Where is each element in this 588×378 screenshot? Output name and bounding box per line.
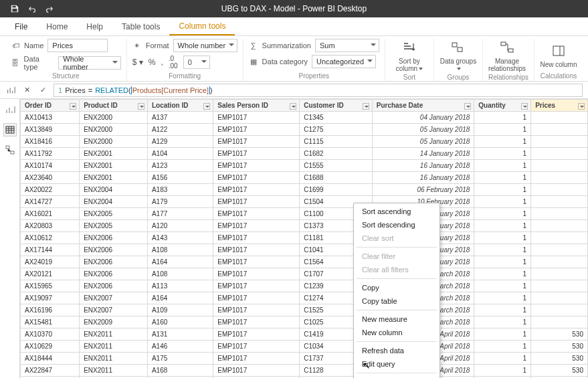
cell[interactable]: AX10612 (21, 232, 80, 244)
cell[interactable]: A123 (147, 160, 213, 172)
cell[interactable]: ENX2007 (80, 292, 148, 304)
cell[interactable]: AX11792 (21, 148, 80, 160)
table-row[interactable]: AX22847ENX2011A168EMP1017C112818 April 2… (21, 365, 588, 377)
cell[interactable]: C1555 (300, 160, 373, 172)
cell[interactable]: EMP1017 (213, 268, 300, 280)
datatype-combo[interactable]: Whole number (58, 56, 120, 70)
table-row[interactable]: AX20121ENX2006A108EMP1017C170702 March 2… (21, 268, 588, 280)
cell[interactable] (531, 208, 588, 220)
cell[interactable]: 1 (474, 112, 531, 124)
tab-home[interactable]: Home (37, 17, 77, 35)
column-header[interactable]: Quantity (474, 100, 531, 112)
cell[interactable]: 530 (531, 353, 588, 365)
sort-by-column-button[interactable]: Sort by column (391, 39, 428, 72)
cell[interactable]: 1 (474, 172, 531, 184)
cell[interactable]: EMP1017 (213, 184, 300, 196)
cell[interactable]: 1 (474, 328, 531, 341)
cell[interactable]: EMP1017 (213, 292, 300, 304)
cell[interactable]: 1 (474, 148, 531, 160)
cell[interactable]: AX10413 (21, 112, 80, 124)
cell[interactable]: ENX2006 (80, 268, 148, 280)
summarization-combo[interactable]: Sum (315, 39, 379, 52)
cell[interactable]: 530 (531, 328, 588, 341)
cell[interactable] (531, 316, 588, 328)
cell[interactable]: AX20121 (21, 268, 80, 280)
cell[interactable]: ENX2011 (80, 341, 148, 353)
cell[interactable] (531, 268, 588, 280)
table-row[interactable]: AX19097ENX2007A164EMP1017C127409 March 2… (21, 292, 588, 304)
table-row[interactable]: AX23640ENX2001A156EMP1017C168816 January… (21, 172, 588, 184)
cell[interactable] (531, 244, 588, 256)
cell[interactable]: EMP1017 (213, 232, 300, 244)
table-row[interactable]: AX11792ENX2001A104EMP1017C168214 January… (21, 148, 588, 160)
cell[interactable]: AX18444 (21, 353, 80, 365)
currency-button[interactable]: $ ▾ (132, 58, 143, 67)
cell[interactable]: EMP1017 (213, 353, 300, 365)
cell[interactable]: ENX2005 (80, 220, 148, 232)
cell[interactable]: AX22847 (21, 365, 80, 377)
tab-file[interactable]: File (5, 17, 37, 35)
cell[interactable] (531, 292, 588, 304)
column-header[interactable]: Sales Person ID (213, 100, 300, 112)
menu-sort-asc[interactable]: Sort ascending (354, 205, 439, 218)
cell[interactable]: EMP1017 (213, 365, 300, 377)
menu-copy[interactable]: Copy (354, 281, 439, 294)
cell[interactable] (531, 124, 588, 136)
cell[interactable]: ENX2009 (80, 316, 148, 328)
format-combo[interactable]: Whole number (173, 39, 237, 52)
cell[interactable]: AX20803 (21, 220, 80, 232)
cell[interactable]: C1682 (300, 148, 373, 160)
cell[interactable]: AX13849 (21, 124, 80, 136)
cell[interactable]: A156 (147, 172, 213, 184)
cell[interactable]: AX10370 (21, 328, 80, 341)
table-row[interactable]: AX14727ENX2004A179EMP1017C150410 Februar… (21, 196, 588, 208)
table-row[interactable]: AX10629ENX2011A146EMP1017C103417 April 2… (21, 341, 588, 353)
cell[interactable] (531, 232, 588, 244)
column-header[interactable]: Location ID (147, 100, 213, 112)
cell[interactable]: EMP1017 (213, 341, 300, 353)
cell[interactable]: A177 (147, 208, 213, 220)
cell[interactable]: EMP1017 (213, 256, 300, 268)
data-groups-button[interactable]: Data groups (439, 39, 477, 72)
table-row[interactable]: AX13849ENX2000A122EMP1017C127505 January… (21, 124, 588, 136)
cell[interactable] (531, 196, 588, 208)
cell[interactable]: AX20022 (21, 184, 80, 196)
cell[interactable]: 16 January 2018 (372, 160, 474, 172)
cell[interactable]: ENX2001 (80, 172, 148, 184)
cell[interactable]: AX16021 (21, 208, 80, 220)
cell[interactable]: 1 (474, 184, 531, 196)
cell[interactable]: AX14727 (21, 196, 80, 208)
cell[interactable]: C1688 (300, 172, 373, 184)
cell[interactable]: A122 (147, 124, 213, 136)
chart-view-icon[interactable] (5, 85, 16, 96)
column-header[interactable]: Customer ID (300, 100, 373, 112)
cell[interactable]: AX24019 (21, 256, 80, 268)
cell[interactable]: EMP1017 (213, 328, 300, 341)
column-header[interactable]: Purchase Date (372, 100, 474, 112)
table-row[interactable]: AX16196ENX2007A109EMP1017C152513 March 2… (21, 304, 588, 316)
menu-edit-query[interactable]: Edit query (354, 357, 439, 371)
table-row[interactable]: AX10174ENX2001A123EMP1017C155516 January… (21, 160, 588, 172)
cell[interactable]: EMP1017 (213, 196, 300, 208)
new-column-button[interactable]: New column (540, 42, 577, 68)
table-row[interactable]: AX24019ENX2006A164EMP1017C156428 Februar… (21, 256, 588, 268)
commit-formula-icon[interactable]: ✓ (37, 85, 48, 96)
cell[interactable]: AX10174 (21, 160, 80, 172)
table-row[interactable]: AX10413ENX2000A137EMP1017C134504 January… (21, 112, 588, 124)
cell[interactable]: 1 (474, 124, 531, 136)
cell[interactable] (531, 112, 588, 124)
name-input[interactable]: Prices (47, 39, 108, 52)
cell[interactable]: EMP1017 (213, 112, 300, 124)
cell[interactable]: 1 (474, 208, 531, 220)
cell[interactable] (531, 184, 588, 196)
column-header[interactable]: Prices (531, 100, 588, 112)
cell[interactable]: C1115 (300, 136, 373, 148)
table-row[interactable]: AX18416ENX2000A129EMP1017C111505 January… (21, 136, 588, 148)
cell[interactable]: EMP1017 (213, 172, 300, 184)
formula-input[interactable]: 1 Prices = RELATED( Products[Current Pri… (54, 84, 583, 97)
cell[interactable]: 1 (474, 256, 531, 268)
cell[interactable]: ENX2004 (80, 196, 148, 208)
cell[interactable]: AX15965 (21, 280, 80, 292)
cell[interactable]: 1 (474, 244, 531, 256)
cell[interactable]: 1 (474, 341, 531, 353)
